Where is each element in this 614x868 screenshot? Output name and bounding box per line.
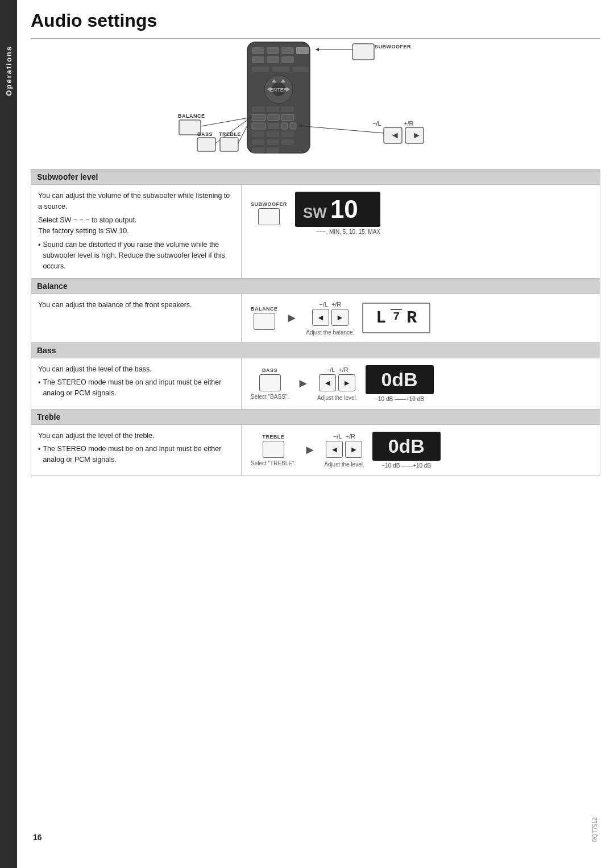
subwoofer-header-row: Subwoofer level <box>31 170 600 185</box>
svg-text:TREBLE: TREBLE <box>219 131 241 137</box>
subwoofer-bullet: • Sound can be distorted if you raise th… <box>38 239 234 272</box>
svg-rect-29 <box>267 131 279 137</box>
bass-desc-line1: You can adjust the level of the bass. <box>38 364 234 375</box>
treble-content-row: You can adjust the level of the treble. … <box>31 424 600 476</box>
subwoofer-controls: SUBWOOFER SW 10 −−−, MIN, 5, 10, 15, MAX <box>242 185 600 279</box>
bass-btn-group: BASS Select "BASS". <box>251 367 289 400</box>
svg-rect-26 <box>281 123 288 129</box>
svg-rect-20 <box>281 106 294 112</box>
subwoofer-header: Subwoofer level <box>31 170 600 185</box>
bass-right-inner: BASS Select "BASS". ► −/L +/R ◄ <box>251 365 591 402</box>
balance-controls: BALANCE ► −/L +/R ◄ ► <box>242 294 600 342</box>
bass-description: You can adjust the level of the bass. • … <box>31 358 242 409</box>
svg-text:+/R: +/R <box>404 120 413 127</box>
bass-controls: BASS Select "BASS". ► −/L +/R ◄ <box>242 358 600 409</box>
svg-rect-1 <box>252 47 264 54</box>
balance-content-row: You can adjust the balance of the front … <box>31 294 600 342</box>
treble-lr-buttons: ◄ ► <box>326 441 362 458</box>
subwoofer-button[interactable] <box>258 208 280 225</box>
balance-arrow-right: ► <box>286 311 298 325</box>
svg-rect-23 <box>281 114 294 121</box>
svg-text:ENTER: ENTER <box>270 87 288 93</box>
svg-rect-10 <box>293 67 309 72</box>
treble-left-button[interactable]: ◄ <box>326 441 343 458</box>
treble-lr-labels: −/L +/R <box>333 433 355 440</box>
svg-rect-4 <box>296 47 309 54</box>
treble-right-button[interactable]: ► <box>345 441 362 458</box>
bass-button[interactable] <box>259 374 281 391</box>
sw-text: SW <box>303 204 327 222</box>
svg-rect-44 <box>197 138 215 151</box>
bass-lr-buttons: ◄ ► <box>319 374 355 391</box>
balance-right-button[interactable]: ► <box>331 309 349 326</box>
svg-rect-30 <box>281 131 294 137</box>
treble-bullet: • The STEREO mode must be on and input m… <box>38 444 234 466</box>
balance-description: You can adjust the balance of the front … <box>31 294 242 342</box>
svg-marker-39 <box>316 48 319 51</box>
balance-button[interactable] <box>254 313 275 330</box>
treble-lr-group: −/L +/R ◄ ► Adjust the level. <box>324 433 364 468</box>
page-number: 16 <box>33 833 42 842</box>
bass-left-button[interactable]: ◄ <box>319 374 336 391</box>
treble-display: 0dB <box>372 432 441 461</box>
svg-rect-19 <box>267 106 279 112</box>
svg-rect-3 <box>281 47 294 54</box>
subwoofer-btn-group: SUBWOOFER <box>251 201 287 225</box>
balance-lr-labels: −/L +/R <box>319 301 341 308</box>
bass-content-row: You can adjust the level of the bass. • … <box>31 358 600 409</box>
bass-right-button[interactable]: ► <box>338 374 355 391</box>
balance-L: L <box>376 308 386 328</box>
sw-value: 10 <box>330 195 358 224</box>
svg-rect-28 <box>252 131 264 137</box>
svg-rect-21 <box>252 114 265 121</box>
svg-line-55 <box>298 126 384 133</box>
svg-rect-2 <box>267 47 279 54</box>
balance-desc: You can adjust the balance of the front … <box>38 300 234 311</box>
svg-rect-25 <box>268 123 279 129</box>
bass-header: Bass <box>31 342 600 358</box>
bass-display-group: 0dB −10 dB ——+10 dB <box>366 365 434 402</box>
bass-lr-labels: −/L +/R <box>326 366 349 373</box>
svg-rect-24 <box>252 123 265 129</box>
treble-header: Treble <box>31 409 600 424</box>
svg-text:−/L: −/L <box>372 120 381 127</box>
treble-arrow-right: ► <box>304 443 316 457</box>
subwoofer-content-row: You can adjust the volume of the subwoof… <box>31 185 600 279</box>
treble-header-row: Treble <box>31 409 600 424</box>
subwoofer-desc-line1: You can adjust the volume of the subwoof… <box>38 191 234 213</box>
svg-text:BALANCE: BALANCE <box>178 113 205 119</box>
balance-R: R <box>406 308 417 328</box>
side-tab-label: Operations <box>5 46 13 96</box>
svg-text:BASS: BASS <box>197 131 213 137</box>
sw-display: SW 10 <box>295 192 380 227</box>
svg-text:►: ► <box>412 130 421 140</box>
svg-rect-36 <box>352 44 374 60</box>
sw-range: −−−, MIN, 5, 10, 15, MAX <box>316 229 380 235</box>
svg-text:◄: ◄ <box>391 130 400 140</box>
balance-lr-buttons: ◄ ► <box>312 309 349 326</box>
bass-range: −10 dB ——+10 dB <box>375 396 424 402</box>
svg-rect-18 <box>252 106 264 112</box>
treble-btn-group: TREBLE Select "TREBLE". <box>251 434 296 466</box>
treble-range: −10 dB ——+10 dB <box>381 462 431 469</box>
model-number: RQT7512 <box>592 817 598 842</box>
svg-rect-9 <box>272 67 289 72</box>
svg-rect-5 <box>252 56 264 63</box>
bass-bullet: • The STEREO mode must be on and input m… <box>38 377 234 399</box>
treble-description: You can adjust the level of the treble. … <box>31 424 242 476</box>
balance-display: L 7 R <box>362 303 430 333</box>
bass-arrow-right: ► <box>297 376 309 391</box>
treble-right-inner: TREBLE Select "TREBLE". ► −/L +/R ◄ <box>251 432 591 469</box>
balance-right-inner: BALANCE ► −/L +/R ◄ ► <box>251 301 591 336</box>
balance-btn-group: BALANCE <box>251 306 278 330</box>
page-title: Audio settings <box>31 0 600 39</box>
balance-header-row: Balance <box>31 278 600 294</box>
svg-line-42 <box>201 117 252 126</box>
bass-lr-group: −/L +/R ◄ ► Adjust the level. <box>317 366 358 401</box>
treble-display-group: 0dB −10 dB ——+10 dB <box>372 432 441 469</box>
svg-rect-27 <box>290 123 296 129</box>
svg-rect-32 <box>267 139 279 145</box>
treble-button[interactable] <box>263 441 284 458</box>
svg-rect-35 <box>267 147 279 153</box>
balance-left-button[interactable]: ◄ <box>312 309 329 326</box>
